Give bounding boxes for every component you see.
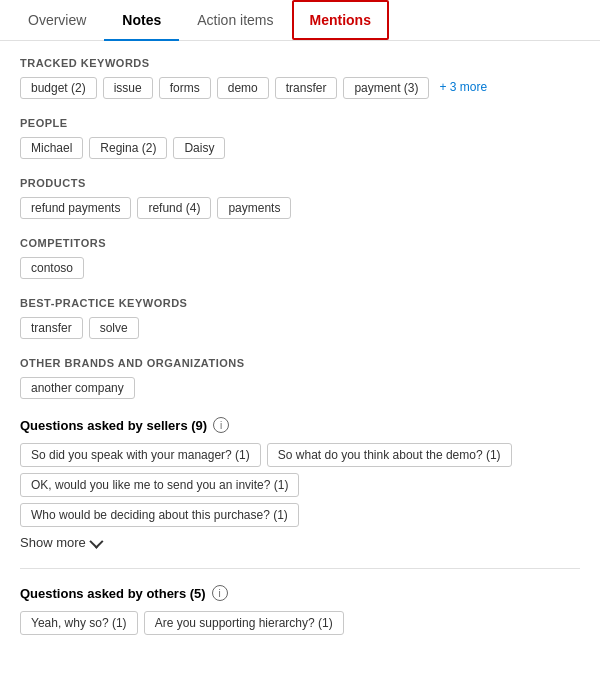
competitors-tags: contoso: [20, 257, 580, 279]
section-questions-sellers: Questions asked by sellers (9) i So did …: [20, 417, 580, 550]
questions-sellers-info-icon[interactable]: i: [213, 417, 229, 433]
tag-bp-transfer[interactable]: transfer: [20, 317, 83, 339]
tab-notes[interactable]: Notes: [104, 0, 179, 40]
question-pill-hierarchy[interactable]: Are you supporting hierarchy? (1): [144, 611, 344, 635]
questions-others-pills: Yeah, why so? (1) Are you supporting hie…: [20, 611, 580, 635]
tag-solve[interactable]: solve: [89, 317, 139, 339]
tag-refund[interactable]: refund (4): [137, 197, 211, 219]
people-tags: Michael Regina (2) Daisy: [20, 137, 580, 159]
questions-others-header: Questions asked by others (5) i: [20, 585, 580, 601]
questions-sellers-header: Questions asked by sellers (9) i: [20, 417, 580, 433]
question-pill-demo[interactable]: So what do you think about the demo? (1): [267, 443, 512, 467]
tracked-keywords-tags: budget (2) issue forms demo transfer pay…: [20, 77, 580, 99]
other-brands-tags: another company: [20, 377, 580, 399]
tag-payments[interactable]: payments: [217, 197, 291, 219]
tag-issue[interactable]: issue: [103, 77, 153, 99]
tag-payment[interactable]: payment (3): [343, 77, 429, 99]
chevron-down-icon: [89, 534, 103, 548]
tag-transfer[interactable]: transfer: [275, 77, 338, 99]
question-pill-why[interactable]: Yeah, why so? (1): [20, 611, 138, 635]
tag-demo[interactable]: demo: [217, 77, 269, 99]
show-more-label: Show more: [20, 535, 86, 550]
tag-daisy[interactable]: Daisy: [173, 137, 225, 159]
tag-budget[interactable]: budget (2): [20, 77, 97, 99]
tag-refund-payments[interactable]: refund payments: [20, 197, 131, 219]
tag-michael[interactable]: Michael: [20, 137, 83, 159]
products-tags: refund payments refund (4) payments: [20, 197, 580, 219]
questions-sellers-title: Questions asked by sellers (9): [20, 418, 207, 433]
tag-more-keywords[interactable]: + 3 more: [435, 77, 491, 99]
question-pill-purchase[interactable]: Who would be deciding about this purchas…: [20, 503, 299, 527]
questions-others-info-icon[interactable]: i: [212, 585, 228, 601]
section-other-brands: OTHER BRANDS AND ORGANIZATIONS another c…: [20, 357, 580, 399]
tab-overview[interactable]: Overview: [10, 0, 104, 40]
tab-bar: Overview Notes Action items Mentions: [0, 0, 600, 41]
show-more-button[interactable]: Show more: [20, 535, 580, 550]
section-products: PRODUCTS refund payments refund (4) paym…: [20, 177, 580, 219]
section-competitors: COMPETITORS contoso: [20, 237, 580, 279]
tab-action-items[interactable]: Action items: [179, 0, 291, 40]
questions-others-title: Questions asked by others (5): [20, 586, 206, 601]
section-title-tracked-keywords: TRACKED KEYWORDS: [20, 57, 580, 69]
tag-contoso[interactable]: contoso: [20, 257, 84, 279]
question-pill-invite[interactable]: OK, would you like me to send you an inv…: [20, 473, 299, 497]
section-title-best-practice: BEST-PRACTICE KEYWORDS: [20, 297, 580, 309]
main-content: TRACKED KEYWORDS budget (2) issue forms …: [0, 41, 600, 669]
section-tracked-keywords: TRACKED KEYWORDS budget (2) issue forms …: [20, 57, 580, 99]
section-title-competitors: COMPETITORS: [20, 237, 580, 249]
question-pill-manager[interactable]: So did you speak with your manager? (1): [20, 443, 261, 467]
tag-regina[interactable]: Regina (2): [89, 137, 167, 159]
divider: [20, 568, 580, 569]
tag-another-company[interactable]: another company: [20, 377, 135, 399]
best-practice-tags: transfer solve: [20, 317, 580, 339]
tab-mentions[interactable]: Mentions: [292, 0, 389, 40]
questions-sellers-pills: So did you speak with your manager? (1) …: [20, 443, 580, 527]
tag-forms[interactable]: forms: [159, 77, 211, 99]
section-people: PEOPLE Michael Regina (2) Daisy: [20, 117, 580, 159]
section-title-other-brands: OTHER BRANDS AND ORGANIZATIONS: [20, 357, 580, 369]
section-title-products: PRODUCTS: [20, 177, 580, 189]
section-title-people: PEOPLE: [20, 117, 580, 129]
section-questions-others: Questions asked by others (5) i Yeah, wh…: [20, 585, 580, 635]
section-best-practice: BEST-PRACTICE KEYWORDS transfer solve: [20, 297, 580, 339]
